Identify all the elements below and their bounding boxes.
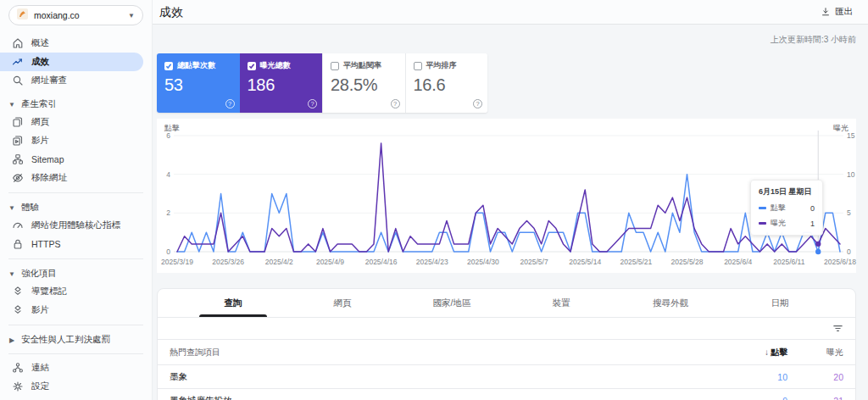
tooltip-series-label: 點擊: [771, 203, 786, 214]
query-column-header[interactable]: 熱門查詢項目: [170, 347, 732, 358]
export-button[interactable]: 匯出: [815, 4, 858, 19]
help-icon[interactable]: ?: [308, 99, 317, 108]
sidebar-item-影片[interactable]: 影片: [0, 301, 152, 319]
filter-icon[interactable]: [832, 323, 843, 334]
tab-label: 查詢: [225, 297, 242, 309]
impressions-column-header[interactable]: 曝光: [787, 347, 843, 358]
tab-網頁[interactable]: 網頁: [309, 289, 376, 317]
checkbox-unchecked-icon[interactable]: [414, 62, 422, 70]
help-icon[interactable]: ?: [225, 99, 235, 108]
sidebar-item-Sitemap[interactable]: Sitemap: [0, 150, 152, 169]
impressions-cell: 21: [787, 396, 843, 400]
tab-裝置[interactable]: 裝置: [527, 289, 595, 317]
chart-tooltip: 6月15日 星期日 點擊 0 曝光 1: [750, 180, 823, 236]
query-cell: 墨象城廣告投放: [170, 395, 732, 400]
tooltip-row-點擊: 點擊 0: [759, 203, 815, 214]
layers-icon: [12, 304, 24, 316]
table-body: 墨象 10 20墨象城廣告投放 9 21: [158, 365, 855, 400]
svg-text:2025/4/9: 2025/4/9: [316, 258, 344, 266]
sidebar-item-label: Sitemap: [31, 154, 64, 164]
sidebar-item-label: 網址審查: [31, 75, 67, 86]
svg-text:2: 2: [166, 208, 170, 217]
table-filter-row: [158, 318, 855, 340]
gear-icon: [12, 381, 24, 392]
sidebar-section-體驗[interactable]: ▼體驗: [0, 199, 152, 216]
sidebar-item-影片[interactable]: 影片: [0, 131, 152, 150]
metric-label: 平均點閱率: [343, 60, 381, 71]
sidebar: moxiang.co ▼ 概述成效網址審查▼產生索引網頁影片Sitemap移除網…: [0, 0, 153, 400]
svg-text:2025/4/16: 2025/4/16: [365, 258, 398, 266]
svg-text:2025/4/2: 2025/4/2: [265, 258, 293, 266]
checkbox-checked-icon[interactable]: [248, 62, 256, 70]
sidebar-section-產生索引[interactable]: ▼產生索引: [0, 96, 152, 113]
query-cell: 墨象: [170, 371, 732, 383]
sidebar-item-移除網址[interactable]: 移除網址: [0, 169, 152, 187]
sidebar-divider: [8, 325, 143, 325]
sidebar-item-導覽標記[interactable]: 導覽標記: [0, 282, 152, 301]
sidebar-item-成效[interactable]: 成效: [0, 53, 143, 71]
sidebar-item-label: HTTPS: [31, 239, 60, 249]
sidebar-item-概述[interactable]: 概述: [0, 34, 152, 53]
help-icon[interactable]: ?: [391, 99, 400, 108]
checkbox-unchecked-icon[interactable]: [331, 62, 339, 70]
metric-label: 總點擊次數: [177, 60, 215, 71]
last-updated-text: 上次更新時間:3 小時前: [771, 34, 856, 46]
clicks-cell: 10: [732, 372, 787, 382]
sidebar-section-label: 安全性與人工判決處罰: [21, 334, 110, 346]
svg-text:2025/6/11: 2025/6/11: [773, 258, 804, 266]
series-color-dash: [759, 207, 766, 209]
sidebar-section-安全性與人工判決處罰[interactable]: ▶安全性與人工判決處罰: [0, 331, 152, 348]
svg-text:2025/5/14: 2025/5/14: [569, 258, 601, 266]
svg-text:15: 15: [847, 131, 855, 140]
impressions-cell: 20: [787, 372, 843, 382]
property-name: moxiang.co: [34, 10, 122, 20]
sitemap-icon: [12, 153, 24, 165]
metric-card-總點擊次數[interactable]: 總點擊次數53?: [157, 53, 240, 113]
chevron-right-icon: ▶: [8, 336, 15, 344]
metric-card-曝光總數[interactable]: 曝光總數186?: [240, 53, 323, 113]
tab-label: 網頁: [334, 297, 352, 309]
table-row[interactable]: 墨象 10 20: [158, 365, 855, 389]
home-icon: [12, 37, 24, 49]
metric-card-平均點閱率[interactable]: 平均點閱率28.5%?: [322, 53, 405, 113]
table-row[interactable]: 墨象城廣告投放 9 21: [158, 389, 855, 400]
svg-text:6: 6: [166, 131, 170, 140]
search-console-app: moxiang.co ▼ 概述成效網址審查▼產生索引網頁影片Sitemap移除網…: [0, 0, 868, 400]
tab-查詢[interactable]: 查詢: [199, 289, 267, 317]
video-icon: [12, 135, 24, 147]
svg-text:2025/4/23: 2025/4/23: [416, 258, 448, 266]
svg-text:2025/5/21: 2025/5/21: [620, 258, 652, 266]
tab-國家/地區[interactable]: 國家/地區: [418, 289, 486, 317]
lock-icon: [12, 238, 24, 250]
sidebar-section-強化項目[interactable]: ▼強化項目: [0, 265, 152, 282]
svg-text:2025/5/7: 2025/5/7: [520, 258, 548, 266]
metric-value: 28.5%: [331, 75, 398, 95]
eye-off-icon: [12, 172, 24, 184]
property-selector[interactable]: moxiang.co ▼: [8, 5, 143, 25]
sidebar-item-HTTPS[interactable]: HTTPS: [0, 235, 152, 253]
page-title: 成效: [159, 5, 183, 20]
sidebar-item-label: 移除網址: [31, 172, 67, 184]
sidebar-section-label: 強化項目: [21, 268, 57, 280]
svg-text:2025/3/26: 2025/3/26: [212, 258, 244, 266]
tab-搜尋外觀[interactable]: 搜尋外觀: [637, 289, 704, 317]
metric-card-平均排序[interactable]: 平均排序16.6?: [405, 53, 488, 113]
help-icon[interactable]: ?: [473, 99, 482, 108]
sidebar-item-網頁[interactable]: 網頁: [0, 113, 152, 131]
sidebar-item-網址審查[interactable]: 網址審查: [0, 71, 152, 90]
sidebar-item-網站使用體驗核心指標[interactable]: 網站使用體驗核心指標: [0, 216, 152, 235]
sidebar-item-label: 影片: [31, 135, 49, 147]
sidebar-item-label: 導覽標記: [31, 286, 67, 297]
checkbox-checked-icon[interactable]: [164, 62, 173, 70]
sidebar-item-連結[interactable]: 連結: [0, 358, 152, 377]
sidebar-item-設定[interactable]: 設定: [0, 377, 152, 396]
metric-cards: 總點擊次數53?曝光總數186?平均點閱率28.5%?平均排序16.6?: [157, 53, 487, 113]
sidebar-item-label: 設定: [31, 381, 49, 392]
tooltip-series-value: 1: [810, 219, 815, 228]
tooltip-series-value: 0: [810, 204, 815, 213]
top-bar: [153, 0, 868, 25]
clicks-column-header[interactable]: ↓點擊: [732, 347, 787, 358]
metric-value: 186: [248, 75, 315, 95]
tab-日期[interactable]: 日期: [746, 289, 814, 317]
dimension-tabs: 查詢網頁國家/地區裝置搜尋外觀日期: [158, 289, 855, 318]
